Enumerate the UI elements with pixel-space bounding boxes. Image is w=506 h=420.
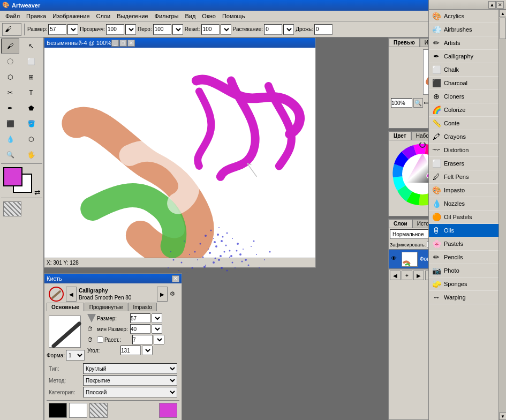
tool-text[interactable]: T bbox=[22, 85, 40, 100]
angle-select[interactable]: ▼ bbox=[142, 346, 153, 355]
brush-cat-item-pencils[interactable]: ✏ Pencils bbox=[429, 251, 506, 264]
brush-cat-item-erasers[interactable]: ⬜ Erasers bbox=[429, 157, 506, 170]
brush-cat-item-warping[interactable]: ↔ Warping bbox=[429, 291, 506, 304]
layer-nav-fwd[interactable]: ▶ bbox=[413, 271, 424, 280]
brush-cat-item-pastels[interactable]: 🌸 Pastels bbox=[429, 237, 506, 251]
swap-colors-btn[interactable]: ⇄ bbox=[34, 188, 41, 197]
tab-color[interactable]: Цвет bbox=[389, 131, 411, 140]
layer-visibility[interactable]: 👁 bbox=[391, 255, 399, 264]
min-size-input[interactable] bbox=[130, 324, 150, 334]
tab-basic[interactable]: Основные bbox=[47, 303, 84, 311]
pattern-swatch[interactable] bbox=[3, 201, 21, 216]
size-param-input[interactable] bbox=[130, 313, 150, 323]
zoom-input[interactable] bbox=[391, 98, 412, 108]
category-select[interactable]: Плоский bbox=[83, 387, 177, 398]
tab-preview[interactable]: Превью bbox=[389, 38, 420, 47]
tool-bucket[interactable]: 🪣 bbox=[22, 116, 40, 131]
brush-cat-item-artists[interactable]: ✏ Artists bbox=[429, 36, 506, 50]
shape-select[interactable]: 1 bbox=[66, 350, 85, 361]
tool-rect-select[interactable]: ⬜ bbox=[22, 54, 40, 69]
brush-cat-item-colorize[interactable]: 🌈 Colorize bbox=[429, 103, 506, 117]
min-size-select[interactable]: ▼ bbox=[152, 324, 162, 334]
jitter-input[interactable] bbox=[314, 24, 333, 35]
tool-lasso[interactable]: 〇 bbox=[1, 54, 19, 69]
scrollbar-thumb[interactable] bbox=[500, 18, 506, 39]
size-select[interactable]: ▼ bbox=[67, 24, 78, 35]
tool-hand[interactable]: 🖐 bbox=[22, 147, 40, 162]
size-input[interactable] bbox=[48, 24, 66, 35]
tool-eyedropper[interactable]: 💧 bbox=[1, 132, 19, 147]
tool-transform[interactable]: ⊞ bbox=[22, 70, 40, 85]
tab-layers[interactable]: Слои bbox=[389, 219, 412, 228]
tool-zoom[interactable]: 🔍 bbox=[1, 147, 19, 162]
brush-preview-btn[interactable] bbox=[49, 287, 64, 302]
tool-rubber[interactable]: ⬛ bbox=[1, 116, 19, 131]
layer-nav-back[interactable]: ◀ bbox=[390, 271, 401, 280]
tool-select[interactable]: ↖ bbox=[22, 39, 40, 54]
tool-ellipse[interactable]: ⬡ bbox=[1, 70, 19, 85]
scrollbar-up-btn[interactable]: ▲ bbox=[499, 10, 506, 17]
blend-select[interactable]: ▼ bbox=[172, 24, 183, 35]
blend-input[interactable] bbox=[153, 24, 171, 35]
angle-input[interactable] bbox=[120, 346, 141, 355]
brush-cat-item-felt_pens[interactable]: 🖊 Felt Pens bbox=[429, 170, 506, 184]
zoom-out-btn[interactable]: 🔍 bbox=[413, 98, 423, 108]
brush-cat-item-sponges[interactable]: 🧽 Sponges bbox=[429, 278, 506, 291]
brush-cat-item-crayons[interactable]: 🖍 Crayons bbox=[429, 130, 506, 144]
brush-cat-item-impasto[interactable]: 🎨 Impasto bbox=[429, 184, 506, 197]
tool-brush[interactable]: 🖌 bbox=[1, 39, 19, 54]
brush-cat-item-distortion[interactable]: 〰 Distortion bbox=[429, 144, 506, 157]
menu-view[interactable]: Вид bbox=[182, 12, 199, 20]
menu-image[interactable]: Изображение bbox=[49, 12, 93, 20]
brush-options-btn[interactable]: ⚙ bbox=[170, 290, 177, 298]
brush-cat-close[interactable]: ✕ bbox=[496, 1, 504, 9]
opacity-input[interactable] bbox=[106, 24, 124, 35]
spacing-input[interactable] bbox=[132, 335, 153, 344]
menu-help[interactable]: Помощь bbox=[219, 12, 248, 20]
brush-cat-item-acrylics[interactable]: 🎨 Acrylics bbox=[429, 10, 506, 23]
brush-cat-item-airbrushes[interactable]: 💨 Airbrushes bbox=[429, 23, 506, 36]
menu-layers[interactable]: Слои bbox=[93, 12, 114, 20]
menu-file[interactable]: Файл bbox=[2, 12, 23, 20]
spacing-select[interactable]: ▼ bbox=[154, 335, 164, 344]
pattern-swatch2[interactable] bbox=[89, 403, 108, 418]
brush-cat-item-cloners[interactable]: ⊕ Cloners bbox=[429, 90, 506, 103]
opacity-select[interactable]: ▼ bbox=[125, 24, 136, 35]
brush-panel-close[interactable]: ✕ bbox=[172, 275, 179, 282]
menu-window[interactable]: Окно bbox=[199, 12, 219, 20]
scrollbar-down-btn[interactable]: ▼ bbox=[499, 412, 506, 420]
brush-cat-item-oil_pastels[interactable]: 🟠 Oil Pastels bbox=[429, 211, 506, 224]
method-select[interactable]: Покрытие bbox=[83, 375, 177, 386]
brush-prev-arrow[interactable]: ◀ bbox=[66, 287, 77, 302]
brush-cat-item-charcoal[interactable]: ⬛ Charcoal bbox=[429, 77, 506, 90]
scatter-select[interactable]: ▼ bbox=[283, 24, 294, 35]
reset-input[interactable] bbox=[201, 24, 220, 35]
tool-crop[interactable]: ✂ bbox=[1, 85, 19, 100]
brush-cat-scroll-up[interactable]: ▲ bbox=[488, 1, 496, 9]
white-swatch[interactable] bbox=[69, 403, 87, 418]
brush-cat-item-chalk[interactable]: ⬜ Chalk bbox=[429, 63, 506, 77]
brush-next-arrow[interactable]: ▶ bbox=[157, 287, 168, 302]
doc-maximize[interactable]: □ bbox=[119, 40, 127, 47]
menu-filters[interactable]: Фильтры bbox=[152, 12, 182, 20]
brush-cat-item-nozzles[interactable]: 💧 Nozzles bbox=[429, 197, 506, 211]
tab-impasto[interactable]: Impasto bbox=[128, 303, 157, 311]
menu-select[interactable]: Выделение bbox=[114, 12, 151, 20]
size-param-select[interactable]: ▼ bbox=[152, 313, 162, 323]
brush-cat-item-oils[interactable]: 🛢 Oils bbox=[429, 224, 506, 237]
doc-close[interactable]: ✕ bbox=[127, 40, 135, 47]
layer-add-btn[interactable]: + bbox=[402, 271, 412, 280]
fg-color-swatch[interactable] bbox=[3, 167, 22, 186]
scatter-input[interactable] bbox=[264, 24, 282, 35]
brush-tool-btn[interactable]: 🖌 bbox=[2, 23, 21, 36]
brush-cat-item-photo[interactable]: 📷 Photo bbox=[429, 264, 506, 278]
menu-edit[interactable]: Правка bbox=[23, 12, 49, 20]
tab-advanced[interactable]: Продвинутые bbox=[85, 303, 128, 311]
reset-select[interactable]: ▼ bbox=[221, 24, 231, 35]
doc-minimize[interactable]: _ bbox=[111, 40, 119, 47]
spacing-checkbox[interactable] bbox=[97, 336, 103, 343]
tool-shape[interactable]: ⬟ bbox=[22, 101, 40, 116]
tool-extras[interactable]: ⬡ bbox=[22, 132, 40, 147]
black-swatch[interactable] bbox=[49, 403, 67, 418]
doc-canvas[interactable] bbox=[44, 48, 315, 258]
